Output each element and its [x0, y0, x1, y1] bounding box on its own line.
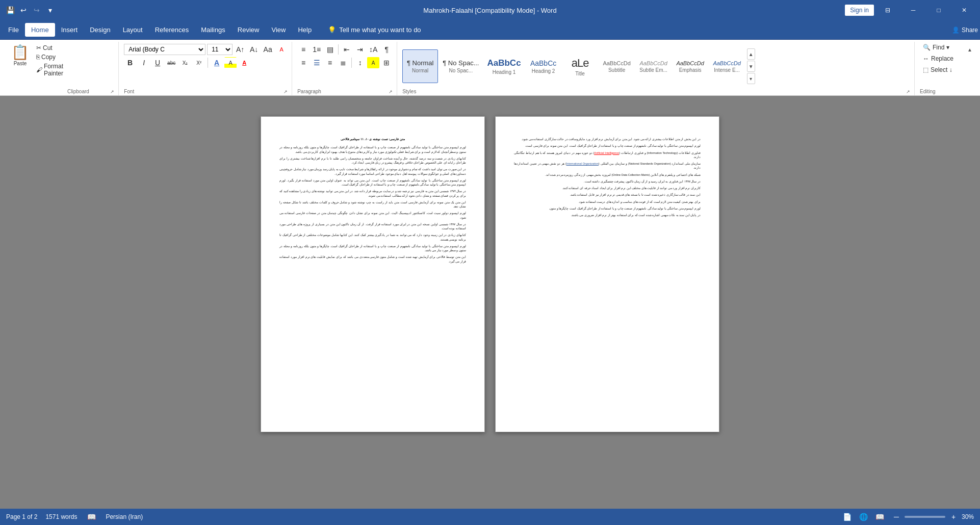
page2-para2: لورم ایپسوم متن ساختگی با تولید سادگی نا…	[514, 144, 701, 148]
copy-label: Copy	[41, 54, 56, 61]
tell-me-label: Tell me what you want to do	[339, 26, 421, 34]
zoom-slider[interactable]	[905, 516, 945, 518]
font-name-selector[interactable]: Arial (Body C	[124, 44, 205, 55]
minimize-button[interactable]: ─	[901, 0, 925, 20]
menu-mailings[interactable]: Mailings	[195, 23, 231, 37]
bold-button[interactable]: B	[124, 57, 136, 68]
redo-button[interactable]: ↪	[31, 4, 43, 16]
share-button[interactable]: 👤 Share	[952, 27, 978, 34]
superscript-button[interactable]: X²	[193, 57, 205, 68]
menu-review[interactable]: Review	[231, 23, 266, 37]
page2-para1: در این بخش از متن اطلاعات بیشتری ارائه م…	[514, 137, 701, 141]
clear-formatting-button[interactable]: A	[275, 44, 288, 55]
para-expand-icon[interactable]: ↗	[389, 89, 393, 94]
style-title[interactable]: aLe Title	[562, 49, 598, 83]
menu-view[interactable]: View	[265, 23, 292, 37]
shading-button[interactable]: A	[367, 57, 379, 68]
underline-button[interactable]: U	[151, 57, 164, 68]
style-h1-preview: AaBbCc	[487, 58, 521, 68]
select-button[interactable]: ⬚ Select ↓	[920, 64, 957, 75]
increase-indent-button[interactable]: ⇥	[354, 44, 366, 55]
styles-expand[interactable]: ▾	[747, 73, 755, 84]
copy-button[interactable]: ⎘ Copy	[34, 53, 65, 61]
menu-file[interactable]: File	[2, 23, 25, 37]
save-button[interactable]: 💾	[4, 4, 16, 16]
status-bar: Page 1 of 2 1571 words 📖 Persian (Iran) …	[0, 509, 980, 525]
font-size-selector[interactable]: 11	[207, 44, 233, 55]
align-right-button[interactable]: ≡	[324, 57, 336, 68]
style-emphasis[interactable]: AaBbCcDd Emphasis	[673, 49, 708, 83]
cut-button[interactable]: ✂ Cut	[34, 44, 65, 52]
show-hide-button[interactable]: ¶	[380, 44, 393, 55]
page1-para2: کتابهای زیادی در شصت و سه درصد گذشته، حا…	[279, 156, 466, 165]
help-button[interactable]: ⊟	[876, 0, 899, 20]
clipboard-expand-icon[interactable]: ↗	[110, 89, 114, 94]
line-spacing-button[interactable]: ↕	[354, 57, 366, 68]
styles-expand-icon[interactable]: ↗	[906, 89, 910, 94]
customize-qat-button[interactable]: ▾	[44, 4, 56, 16]
menu-home[interactable]: Home	[25, 23, 55, 37]
tell-me[interactable]: 💡 Tell me what you want to do	[328, 26, 421, 34]
italic-button[interactable]: I	[138, 57, 150, 68]
print-layout-button[interactable]: 📄	[841, 511, 854, 523]
align-left-button[interactable]: ≡	[297, 57, 310, 68]
numbering-button[interactable]: 1≡	[311, 44, 323, 55]
proofing-icon[interactable]: 📖	[85, 511, 97, 522]
bullets-button[interactable]: ≡	[297, 44, 310, 55]
styles-scroll-down[interactable]: ▼	[747, 61, 755, 72]
style-intense-emphasis[interactable]: AaBbCcDd Intense E...	[709, 49, 745, 83]
close-button[interactable]: ✕	[952, 0, 976, 20]
multilevel-list-button[interactable]: ▤	[324, 44, 336, 55]
styles-scroll-up[interactable]: ▲	[747, 48, 755, 60]
justify-button[interactable]: ≣	[337, 57, 349, 68]
style-subtitle[interactable]: AaBbCcDd Subtitle	[599, 49, 635, 83]
replace-icon: ↔	[923, 55, 929, 62]
font-size-grow[interactable]: Aa	[262, 44, 274, 55]
style-no-spacing[interactable]: ¶ No Spac... No Spac...	[439, 49, 482, 83]
decrease-indent-button[interactable]: ⇤	[341, 44, 353, 55]
borders-button[interactable]: ⊞	[380, 57, 393, 68]
replace-label: Replace	[931, 55, 953, 62]
decrease-font-button[interactable]: A↓	[248, 44, 260, 55]
subscript-button[interactable]: X₂	[179, 57, 191, 68]
style-normal[interactable]: ¶ Normal Normal	[402, 49, 438, 83]
menu-references[interactable]: References	[149, 23, 195, 37]
menu-help[interactable]: Help	[292, 23, 318, 37]
replace-button[interactable]: ↔ Replace	[920, 53, 957, 64]
find-icon: 🔍	[923, 44, 931, 51]
sign-in-button[interactable]: Sign in	[845, 5, 874, 16]
paste-button[interactable]: 📋 Paste	[8, 42, 32, 68]
style-heading2[interactable]: AaBbCc Heading 2	[526, 49, 561, 83]
web-layout-button[interactable]: 🌐	[858, 511, 870, 523]
menu-insert[interactable]: Insert	[55, 23, 84, 37]
undo-button[interactable]: ↩	[17, 4, 30, 16]
page1-para5: در سال ۱۳۷۲ شمسی این متن به فارسی نیز تر…	[279, 189, 466, 198]
collapse-ribbon-button[interactable]: ▲	[964, 44, 976, 55]
read-mode-button[interactable]: 📖	[874, 511, 886, 523]
select-label: Select ↓	[931, 66, 952, 73]
find-button[interactable]: 🔍 Find ▾	[920, 42, 957, 53]
text-highlight-button[interactable]: A	[224, 57, 237, 68]
zoom-out-button[interactable]: ─	[890, 511, 902, 522]
page2-para8: این سند در قالب سازگاری ذخیره شده است تا…	[514, 193, 701, 197]
align-center-button[interactable]: ☰	[311, 57, 323, 68]
style-h2-preview: AaBbCc	[530, 59, 556, 67]
cut-icon: ✂	[36, 44, 41, 51]
format-painter-button[interactable]: 🖌 Format Painter	[34, 62, 65, 77]
text-effects-button[interactable]: A	[211, 57, 223, 68]
font-color-button[interactable]: A	[238, 57, 250, 68]
style-heading1[interactable]: AaBbCc Heading 1	[483, 49, 524, 83]
menu-layout[interactable]: Layout	[117, 23, 149, 37]
style-subtle-emphasis[interactable]: AaBbCcDd Subtle Em...	[636, 49, 672, 83]
style-nospace-preview: ¶ No Spac...	[443, 59, 479, 67]
sort-button[interactable]: ↕A	[367, 44, 379, 55]
style-title-preview: aLe	[572, 57, 589, 70]
page2-para5: شبکه های اجتماعی و پلتفرم های آنلاین (On…	[514, 173, 701, 177]
zoom-in-button[interactable]: +	[947, 511, 960, 522]
menu-design[interactable]: Design	[84, 23, 116, 37]
maximize-button[interactable]: □	[927, 0, 950, 20]
font-expand-icon[interactable]: ↗	[283, 89, 288, 94]
increase-font-button[interactable]: A↑	[234, 44, 246, 55]
strikethrough-button[interactable]: abc	[165, 57, 177, 68]
font-row2: B I U abc X₂ X² A A A	[124, 55, 288, 68]
